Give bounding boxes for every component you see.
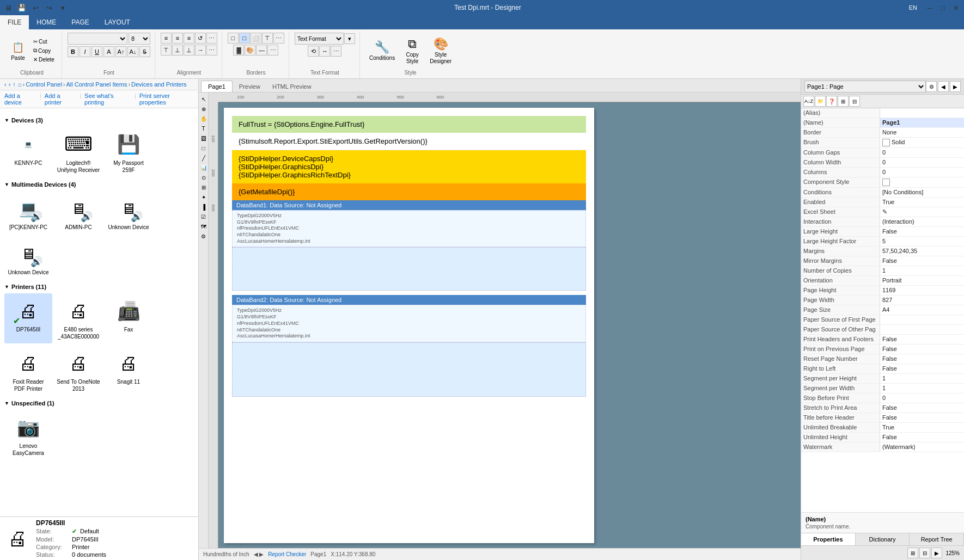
device-pc-kenny[interactable]: 💻🔊 [PC]KENNY-PC xyxy=(4,191,52,234)
section-printers[interactable]: ▼ Printers (11) xyxy=(4,284,194,290)
report-checker-label[interactable]: Report Checker xyxy=(268,551,306,557)
prop-title-before[interactable]: Title before Header False xyxy=(801,413,964,423)
text-format-select[interactable]: Text Format xyxy=(295,33,344,45)
font-color-btn[interactable]: A xyxy=(103,46,114,57)
props-expand-btn[interactable]: ⊞ xyxy=(838,96,849,107)
border-outer-btn[interactable]: □ xyxy=(239,33,250,44)
prop-paper-source-first[interactable]: Paper Source of First Page xyxy=(801,315,964,325)
nav-forward-btn[interactable]: › xyxy=(9,81,11,88)
add-device-link[interactable]: Add a device xyxy=(4,93,36,106)
image-tool[interactable]: 🖼 xyxy=(199,134,208,143)
border-none-btn[interactable]: ⬜ xyxy=(251,33,261,44)
valign-top-btn[interactable]: ⊤ xyxy=(161,45,172,56)
device-unknown-2[interactable]: 🖥🔊 Unknown Device xyxy=(4,236,52,279)
valign-bot-btn[interactable]: ⊥ xyxy=(184,45,194,56)
prop-page-width[interactable]: Page Width 827 xyxy=(801,296,964,305)
prop-paper-source-other[interactable]: Paper Source of Other Pag xyxy=(801,325,964,335)
cut-button[interactable]: ✂ Cut xyxy=(30,38,57,46)
sort-category-btn[interactable]: 📁 xyxy=(815,96,826,107)
tab-page[interactable]: PAGE xyxy=(64,15,96,29)
valign-mid-btn[interactable]: ⊥ xyxy=(172,45,183,56)
close-button[interactable]: ✕ xyxy=(950,2,962,14)
prop-large-height[interactable]: Large Height False xyxy=(801,227,964,237)
prop-col-width[interactable]: Column Width 0 xyxy=(801,158,964,168)
prop-large-height-factor[interactable]: Large Height Factor 5 xyxy=(801,237,964,247)
prop-unlimited-height[interactable]: Unlimited Height False xyxy=(801,433,964,442)
pointer-tool[interactable]: ↖ xyxy=(199,95,208,103)
delete-button[interactable]: ✕ Delete xyxy=(30,56,57,64)
prop-margins[interactable]: Margins 57,50,240,35 xyxy=(801,247,964,256)
prop-col-gaps[interactable]: Column Gaps 0 xyxy=(801,148,964,158)
prop-page-height[interactable]: Page Height 1169 xyxy=(801,286,964,296)
prop-conditions[interactable]: Conditions [No Conditions] xyxy=(801,188,964,198)
minimize-button[interactable]: ─ xyxy=(924,2,936,14)
device-unknown-1[interactable]: 🖥🔊 Unknown Device xyxy=(105,191,152,234)
props-icon-1[interactable]: ⚙ xyxy=(926,81,937,92)
wordwrap-btn[interactable]: ⟲ xyxy=(308,46,319,57)
breadcrumb-home[interactable]: ⌂ xyxy=(18,81,22,88)
italic-button[interactable]: I xyxy=(80,46,90,57)
horz-align-btn[interactable]: ↔ xyxy=(319,46,330,57)
gauge-tool[interactable]: ⊙ xyxy=(199,173,208,182)
settings-tool[interactable]: ⚙ xyxy=(199,232,208,241)
barcode-tool[interactable]: ▐ xyxy=(199,202,208,211)
copy-style-button[interactable]: ⧉ CopyStyle xyxy=(401,34,424,67)
prop-unlimited-breakable[interactable]: Unlimited Breakable True xyxy=(801,423,964,433)
add-printer-link[interactable]: Add a printer xyxy=(45,93,76,106)
print-server-link[interactable]: Print server properties xyxy=(139,93,194,106)
checkmark-tool[interactable]: ☑ xyxy=(199,212,208,221)
tab-icon-1[interactable]: ⊞ xyxy=(907,547,918,558)
tab-page1[interactable]: Page1 xyxy=(201,81,233,92)
breadcrumb-current[interactable]: Devices and Printers xyxy=(131,81,187,88)
underline-button[interactable]: U xyxy=(91,46,102,57)
prop-columns[interactable]: Columns 0 xyxy=(801,168,964,177)
sort-az-btn[interactable]: A↓Z xyxy=(803,96,814,107)
canvas-area[interactable]: FullTrust = {StiOptions.Engine.FullTrust… xyxy=(218,102,801,548)
nav-up-btn[interactable]: ↑ xyxy=(13,81,16,88)
font-family-select[interactable] xyxy=(68,33,127,45)
save-button[interactable]: 💾 xyxy=(16,2,28,14)
printer-snagit[interactable]: 🖨 Snagit 11 xyxy=(105,346,152,396)
breadcrumb-all[interactable]: All Control Panel Items xyxy=(66,81,127,88)
prop-seg-w[interactable]: Segment per Width 1 xyxy=(801,384,964,393)
border-all-btn[interactable]: □ xyxy=(228,33,239,44)
restore-button[interactable]: □ xyxy=(937,2,949,14)
crossword-tool[interactable]: ✦ xyxy=(199,193,208,201)
props-icon-3[interactable]: ▶ xyxy=(950,81,961,92)
prop-copies[interactable]: Number of Copies 1 xyxy=(801,266,964,276)
section-unspecified[interactable]: ▼ Unspecified (1) xyxy=(4,400,194,407)
prop-rtl[interactable]: Right to Left False xyxy=(801,364,964,374)
prop-reset-page[interactable]: Reset Page Number False xyxy=(801,354,964,364)
paste-button[interactable]: 📋 Paste xyxy=(7,37,29,64)
tab-layout[interactable]: LAYOUT xyxy=(97,15,138,29)
printer-fax[interactable]: 📠 Fax xyxy=(105,293,152,343)
conditions-button[interactable]: 🔧 Conditions xyxy=(365,37,399,64)
text-format-dropdown[interactable]: ▾ xyxy=(344,33,355,44)
tab-dictionary[interactable]: Dictionary xyxy=(856,533,910,545)
prop-interaction[interactable]: Interaction (Interaction) xyxy=(801,217,964,227)
prop-print-hf[interactable]: Print Headers and Footers False xyxy=(801,335,964,344)
nav-back-btn[interactable]: ‹ xyxy=(4,81,7,88)
device-camera[interactable]: 📷 Lenovo EasyCamera xyxy=(4,410,52,460)
style-designer-button[interactable]: 🎨 StyleDesigner xyxy=(426,34,455,67)
strikethrough-btn[interactable]: S̶ xyxy=(139,46,150,57)
align-left-btn[interactable]: ≡ xyxy=(161,33,172,44)
indent-btn[interactable]: → xyxy=(195,45,206,56)
printer-e480[interactable]: 🖨 E480 series _43AC8E000000 xyxy=(54,293,102,343)
props-collapse-btn[interactable]: ⊟ xyxy=(849,96,860,107)
section-multimedia[interactable]: ▼ Multimedia Devices (4) xyxy=(4,181,194,188)
font-size-select[interactable]: 8 xyxy=(129,33,150,45)
prop-comp-style[interactable]: Component Style xyxy=(801,177,964,188)
more-align-btn[interactable]: ⋯ xyxy=(206,33,217,44)
prop-excel-sheet[interactable]: Excel Sheet ✎ xyxy=(801,207,964,217)
more-align2-btn[interactable]: ⋯ xyxy=(206,45,217,56)
device-admin-pc[interactable]: 🖥🔊 ADMIN-PC xyxy=(54,191,102,234)
tab-home[interactable]: HOME xyxy=(29,15,64,29)
rotate-btn[interactable]: ↺ xyxy=(195,33,206,44)
align-right-btn[interactable]: ≡ xyxy=(184,33,194,44)
section-devices[interactable]: ▼ Devices (3) xyxy=(4,117,194,124)
prop-watermark[interactable]: Watermark (Watermark) xyxy=(801,442,964,452)
prop-enabled[interactable]: Enabled True xyxy=(801,198,964,207)
prop-mirror-margins[interactable]: Mirror Margins False xyxy=(801,256,964,266)
redo-button[interactable]: ↪ xyxy=(43,2,55,14)
